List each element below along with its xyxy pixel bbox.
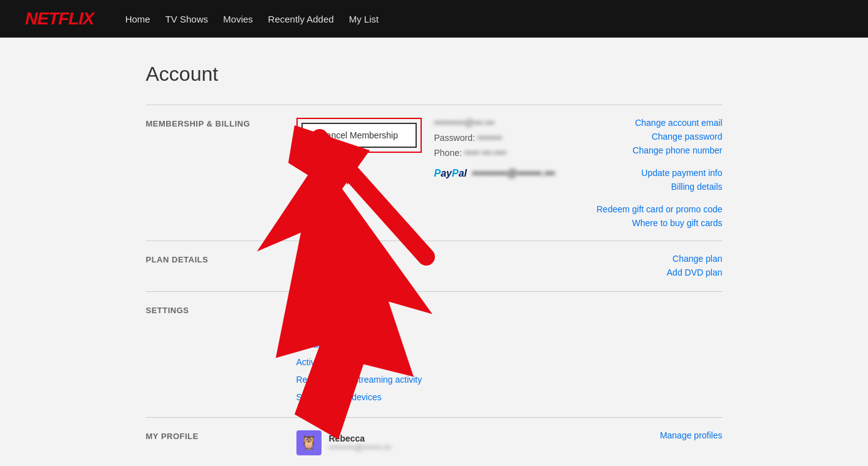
membership-label: MEMBERSHIP & BILLING <box>146 118 296 228</box>
password-row: Password: •••••••• <box>434 133 560 143</box>
plan-info: Premium ULTRA HD Next plan <box>296 254 560 279</box>
settings-links: Parental controls Test participation Man… <box>296 304 560 405</box>
change-plan-link[interactable]: Change plan <box>672 254 722 264</box>
avatar: 🦉 <box>296 430 322 455</box>
plan-section: PLAN DETAILS Premium ULTRA HD Next plan … <box>146 241 723 291</box>
nav-recently-added[interactable]: Recently Added <box>268 14 334 24</box>
activate-device-link[interactable]: Activate a device <box>296 357 560 367</box>
membership-info: ••••••••••@•••.••• Password: •••••••• Ph… <box>434 118 560 228</box>
settings-label: SETTINGS <box>146 304 296 405</box>
profile-label: MY PROFILE <box>146 430 296 455</box>
header: NETFLIX Home TV Shows Movies Recently Ad… <box>0 0 868 38</box>
recent-streaming-link[interactable]: Recent device streaming activity <box>296 375 560 385</box>
plan-actions: Change plan Add DVD plan <box>560 254 723 279</box>
nav-home[interactable]: Home <box>125 14 150 24</box>
membership-section: MEMBERSHIP & BILLING Cancel Membership •… <box>146 105 723 241</box>
plan-name-row: Premium ULTRA HD <box>296 254 560 264</box>
manage-download-link[interactable]: Manage download devices <box>296 339 560 350</box>
change-password-link[interactable]: Change password <box>652 132 723 142</box>
password-value: •••••••• <box>478 133 502 143</box>
profile-email: ••••••••••@•••••••.••• <box>329 443 392 452</box>
billing-details-link[interactable]: Billing details <box>671 182 723 192</box>
redeem-link[interactable]: Redeem gift card or promo code <box>597 204 723 214</box>
password-label: Password: <box>434 133 475 143</box>
next-plan-label: Next plan <box>296 269 333 279</box>
update-payment-link[interactable]: Update payment info <box>641 168 722 178</box>
phone-label: Phone: <box>434 148 462 158</box>
plan-name: Premium <box>296 254 332 264</box>
change-phone-link[interactable]: Change phone number <box>632 145 722 155</box>
account-email: ••••••••••@•••.••• <box>434 118 560 128</box>
profile-actions: Manage profiles <box>560 430 723 455</box>
test-participation-link[interactable]: Test participation <box>296 322 560 332</box>
change-email-link[interactable]: Change account email <box>635 118 722 128</box>
settings-actions <box>560 304 723 405</box>
next-plan-row: Next plan <box>296 269 560 279</box>
page-title: Account <box>146 63 723 86</box>
page-content: Account MEMBERSHIP & BILLING Cancel Memb… <box>133 38 735 466</box>
plan-label: PLAN DETAILS <box>146 254 296 279</box>
nav-movies[interactable]: Movies <box>223 14 253 24</box>
sign-out-all-link[interactable]: Sign out of all devices <box>296 392 560 402</box>
ultra-hd-badge: ULTRA HD <box>338 254 382 264</box>
membership-actions: Change account email Change password Cha… <box>560 118 723 228</box>
cancel-membership-button[interactable]: Cancel Membership <box>301 123 417 148</box>
profile-info: 🦉 Rebecca ••••••••••@•••••••.••• <box>296 430 560 455</box>
profile-section: MY PROFILE 🦉 Rebecca ••••••••••@•••••••.… <box>146 417 723 466</box>
cancel-btn-highlight: Cancel Membership <box>296 118 422 153</box>
buy-gift-link[interactable]: Where to buy gift cards <box>632 218 723 228</box>
profile-name: Rebecca <box>329 433 392 443</box>
paypal-logo-icon: PayPal <box>434 168 467 179</box>
main-nav: Home TV Shows Movies Recently Added My L… <box>125 14 379 24</box>
phone-row: Phone: ••••• •••-•••• <box>434 148 560 158</box>
cancel-btn-column: Cancel Membership <box>296 118 434 228</box>
settings-section: SETTINGS Parental controls Test particip… <box>146 291 723 417</box>
nav-tv-shows[interactable]: TV Shows <box>165 14 208 24</box>
paypal-row: PayPal ••••••••••@•••••••.••• <box>434 168 560 179</box>
parental-controls-link[interactable]: Parental controls <box>296 304 560 314</box>
netflix-logo[interactable]: NETFLIX <box>25 9 94 29</box>
phone-value: ••••• •••-•••• <box>464 148 506 158</box>
profile-row: 🦉 Rebecca ••••••••••@•••••••.••• <box>296 430 560 455</box>
manage-profiles-link[interactable]: Manage profiles <box>660 430 723 440</box>
add-dvd-link[interactable]: Add DVD plan <box>667 267 723 277</box>
paypal-email: ••••••••••@•••••••.••• <box>472 168 555 179</box>
profile-details: Rebecca ••••••••••@•••••••.••• <box>329 433 392 452</box>
nav-my-list[interactable]: My List <box>349 14 379 24</box>
